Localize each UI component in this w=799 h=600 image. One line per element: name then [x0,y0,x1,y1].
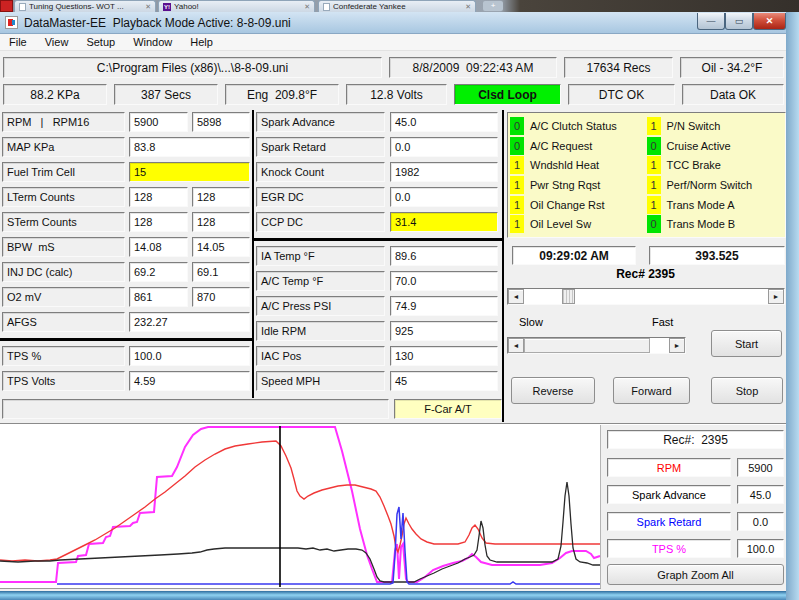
status-label: Trans Mode B [667,218,736,230]
menu-item-setup[interactable]: Setup [77,36,124,48]
status-label: P/N Switch [667,120,721,132]
minimize-button[interactable]: — [697,13,725,30]
window-title: DataMaster-EE Playback Mode Active: 8-8-… [24,16,291,30]
field-value: 232.27 [129,312,250,332]
graph-legend-label: RPM [607,458,731,477]
header-stat-box: 387 Secs [114,84,218,105]
menu-item-help[interactable]: Help [181,36,222,48]
record-count-box: 17634 Recs [564,57,673,78]
speed-right-arrow-icon[interactable]: ► [669,338,685,353]
scroll-track[interactable] [575,289,768,304]
status-indicator: 1 [647,196,661,214]
status-indicator: 1 [510,215,524,233]
field-value: 128 [192,212,250,232]
datetime-box: 8/8/2009 09:22:43 AM [389,57,557,78]
background-app-icon [0,0,13,12]
status-indicator: 1 [647,176,661,194]
taskbar-edge [0,591,799,600]
status-row: 1P/N Switch [647,116,784,136]
field-value: 128 [129,187,188,207]
status-indicator: 0 [510,137,524,155]
file-path-box: C:\Program Files (x86)\...\8-8-09.uni [3,57,382,78]
scroll-left-arrow-icon[interactable]: ◄ [508,289,524,304]
status-indicator: 1 [647,156,661,174]
stop-button[interactable]: Stop [711,377,783,404]
scrollbar-thumb[interactable] [562,289,575,304]
field-value: 69.2 [129,262,188,282]
speed-scrollbar[interactable]: ◄ ► [507,337,686,354]
menu-item-view[interactable]: View [36,36,78,48]
scroll-track[interactable] [524,289,562,304]
maximize-button[interactable]: ▭ [725,13,753,30]
field-value: 70.0 [390,271,498,291]
playback-time-box: 09:29:02 AM [512,246,636,265]
start-button[interactable]: Start [711,330,782,357]
status-label: Trans Mode A [667,199,735,211]
tab-close-icon[interactable]: ✕ [145,3,151,11]
menu-item-file[interactable]: File [0,36,36,48]
status-indicator: 1 [510,156,524,174]
field-value: 45 [390,371,498,391]
field-label: AFGS [2,312,125,332]
field-value: 83.8 [129,137,250,157]
header-stat-box: Eng 209.8°F [225,84,339,105]
reverse-button[interactable]: Reverse [511,377,595,404]
field-label: MAP KPa [2,137,125,157]
status-label: TCC Brake [667,159,721,171]
field-label: CCP DC [256,212,385,232]
field-value: 861 [129,287,188,307]
browser-tab[interactable]: Confederate Yankee✕ [318,0,476,12]
new-tab-button[interactable]: + [483,1,503,11]
field-value: 128 [192,187,250,207]
record-scrollbar[interactable]: ◄ ► [507,288,785,305]
record-number-label: Rec# 2395 [505,267,786,281]
field-value: 130 [390,346,498,366]
status-label: Oil Level Sw [530,218,591,230]
status-label: Oil Change Rst [530,199,605,211]
panel-divider-horizontal [0,338,252,341]
tab-label: Confederate Yankee [333,2,461,11]
graph-record-box: Rec#: 2395 [607,430,784,449]
status-indicator: 0 [510,117,524,135]
status-row: 1Pwr Stng Rqst [510,175,647,195]
header-stat-box: 12.8 Volts [346,84,447,105]
close-button[interactable]: ✕ [753,13,786,30]
field-value: 31.4 [390,212,498,232]
graph-canvas [0,425,601,588]
panel-divider-horizontal [254,238,502,241]
graph-legend-label: Spark Advance [607,485,731,504]
field-value: 89.6 [390,246,498,266]
scroll-right-arrow-icon[interactable]: ► [768,289,784,304]
playback-seconds-box: 393.525 [649,246,785,265]
header-stat-box: Data OK [682,84,784,105]
header-stat-box: DTC OK [568,84,675,105]
field-value: 0.0 [390,187,498,207]
field-value: 14.05 [192,237,250,257]
speed-thumb[interactable] [524,338,650,353]
panel-divider-vertical-1 [252,110,254,398]
tab-close-icon[interactable]: ✕ [304,3,310,11]
status-indicator: 0 [647,137,661,155]
graph-series-spark-advance [0,482,600,582]
graph-legend-label: Spark Retard [607,512,731,531]
field-label: Fuel Trim Cell [2,162,125,182]
speed-left-arrow-icon[interactable]: ◄ [508,338,524,353]
field-label: Spark Retard [256,137,385,157]
speed-track[interactable] [650,338,669,353]
tab-close-icon[interactable]: ✕ [465,3,471,11]
status-label: A/C Clutch Status [530,120,617,132]
graph-zoom-all-button[interactable]: Graph Zoom All [607,564,784,585]
graph-plot-area[interactable] [0,425,601,589]
status-indicator: 0 [647,215,661,233]
field-value: 45.0 [390,112,498,132]
field-label: RPM | RPM16 [2,112,125,132]
menu-item-window[interactable]: Window [124,36,181,48]
field-label: O2 mV [2,287,125,307]
browser-tab[interactable]: Tuning Questions- WOT ...✕ [14,0,156,12]
forward-button[interactable]: Forward [613,377,690,404]
browser-tab[interactable]: Y!Yahoo!✕ [158,0,315,12]
field-label: IA Temp °F [256,246,385,266]
status-row: 1Oil Change Rst [510,195,647,215]
status-row: 1Wndshld Heat [510,155,647,175]
page-icon [19,3,26,11]
